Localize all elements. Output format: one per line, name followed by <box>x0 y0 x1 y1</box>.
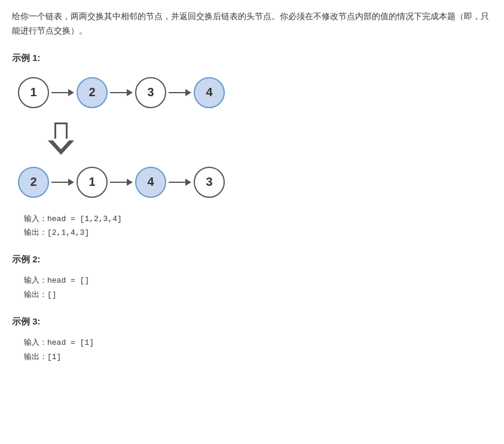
diagram-after: 2 1 4 3 <box>18 162 492 203</box>
problem-description: 给你一个链表，两两交换其中相邻的节点，并返回交换后链表的头节点。你必须在不修改节… <box>12 10 492 38</box>
list-row-before: 1 2 3 4 <box>18 77 225 108</box>
input-label-1: 输入： <box>24 215 47 223</box>
diagram-before: 1 2 3 4 <box>18 72 492 113</box>
example-2-title: 示例 2: <box>12 254 492 265</box>
example-2-block: 示例 2: 输入：head = [] 输出：[] <box>12 254 492 302</box>
node-3-after: 3 <box>194 167 225 198</box>
node-2-before: 2 <box>77 77 108 108</box>
output-label-2: 输出： <box>24 290 47 299</box>
example-3-input: 输入：head = [1] <box>24 336 492 350</box>
output-value-3: [1] <box>47 353 61 362</box>
output-label-1: 输出： <box>24 228 47 237</box>
node-2-after: 2 <box>18 167 49 198</box>
example-3-block: 示例 3: 输入：head = [1] 输出：[1] <box>12 316 492 364</box>
arrow-3 <box>169 89 191 96</box>
output-value-2: [] <box>47 290 57 299</box>
example-3-title: 示例 3: <box>12 316 492 327</box>
down-arrow <box>48 123 74 156</box>
input-value-1: head = [1,2,3,4] <box>47 215 122 223</box>
example-3-io: 输入：head = [1] 输出：[1] <box>24 336 492 364</box>
example-1-title: 示例 1: <box>12 53 492 64</box>
arrow-a1 <box>51 179 74 186</box>
node-4-before: 4 <box>194 77 225 108</box>
node-4-after: 4 <box>135 167 166 198</box>
input-value-2: head = [] <box>47 276 89 285</box>
input-label-2: 输入： <box>24 276 47 285</box>
example-1-io: 输入：head = [1,2,3,4] 输出：[2,1,4,3] <box>24 212 492 240</box>
node-1-after: 1 <box>77 167 108 198</box>
input-label-3: 输入： <box>24 338 47 347</box>
example-3-output: 输出：[1] <box>24 350 492 364</box>
example-1-block: 示例 1: 1 2 3 4 <box>12 53 492 240</box>
down-arrow-container <box>48 123 492 156</box>
list-row-after: 2 1 4 3 <box>18 167 225 198</box>
arrow-a2 <box>110 179 133 186</box>
input-value-3: head = [1] <box>47 338 94 347</box>
arrow-2 <box>110 89 133 96</box>
example-1-input: 输入：head = [1,2,3,4] <box>24 212 492 226</box>
node-3-before: 3 <box>135 77 166 108</box>
example-2-output: 输出：[] <box>24 288 492 302</box>
output-label-3: 输出： <box>24 353 47 362</box>
example-1-output: 输出：[2,1,4,3] <box>24 226 492 240</box>
node-1-before: 1 <box>18 77 49 108</box>
output-value-1: [2,1,4,3] <box>47 228 89 237</box>
example-2-io: 输入：head = [] 输出：[] <box>24 274 492 302</box>
arrow-1 <box>51 89 74 96</box>
arrow-a3 <box>169 179 191 186</box>
example-2-input: 输入：head = [] <box>24 274 492 287</box>
